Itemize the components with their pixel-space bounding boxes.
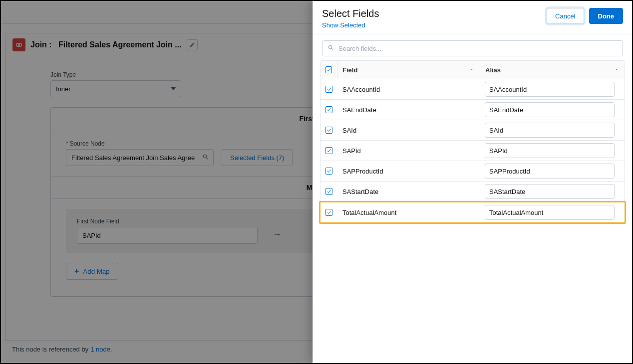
- row-checkbox[interactable]: [325, 86, 332, 93]
- chevron-down-icon: [614, 66, 620, 74]
- field-name: SAPId: [337, 147, 480, 155]
- field-name: SAEndDate: [337, 106, 480, 114]
- table-row: SAEndDate: [320, 100, 625, 120]
- table-row: SAPProductId: [320, 161, 625, 182]
- row-checkbox[interactable]: [325, 106, 332, 113]
- alias-input[interactable]: [485, 184, 615, 199]
- alias-input[interactable]: [485, 123, 615, 138]
- field-name: SAId: [337, 127, 480, 134]
- table-row: SAPId: [320, 141, 625, 161]
- source-node-lookup[interactable]: Filtered Sales Agreement Join Sales Agre…: [66, 149, 214, 166]
- join-type-value: Inner: [56, 85, 71, 93]
- chevron-down-icon: [171, 87, 176, 90]
- row-checkbox[interactable]: [325, 147, 332, 154]
- table-row: SAStartDate: [320, 182, 625, 202]
- add-map-button[interactable]: + Add Map: [66, 263, 118, 280]
- chevron-down-icon: [469, 66, 475, 74]
- first-node-field-label: First Node Field: [77, 218, 258, 225]
- join-type-select[interactable]: Inner: [50, 80, 181, 97]
- table-header: Field Alias: [320, 60, 625, 79]
- field-name: SAPProductId: [337, 168, 480, 175]
- search-icon: [202, 154, 209, 162]
- join-title-prefix: Join :: [30, 40, 52, 49]
- arrow-right-icon: →: [273, 229, 282, 244]
- edit-title-button[interactable]: [187, 39, 198, 50]
- cancel-button[interactable]: Cancel: [547, 8, 584, 24]
- first-node-field-select[interactable]: SAPId: [77, 227, 258, 244]
- search-wrap: [313, 34, 632, 60]
- field-name: SAStartDate: [337, 188, 480, 195]
- col-alias[interactable]: Alias: [480, 61, 625, 79]
- footer-text: This node is referenced by: [12, 346, 88, 353]
- row-checkbox[interactable]: [325, 127, 332, 134]
- alias-input[interactable]: [485, 102, 615, 117]
- join-title-value: Filtered Sales Agreement Join ...: [58, 40, 182, 49]
- row-checkbox[interactable]: [325, 168, 332, 175]
- plus-icon: +: [74, 267, 79, 276]
- selected-fields-button[interactable]: Selected Fields (7): [222, 149, 293, 166]
- done-button[interactable]: Done: [589, 8, 624, 24]
- select-fields-panel: Select Fields Show Selected Cancel Done …: [313, 1, 632, 363]
- panel-header: Select Fields Show Selected Cancel Done: [313, 1, 632, 34]
- field-name: TotalActualAmount: [337, 209, 480, 216]
- table-row: SAId: [320, 120, 625, 141]
- fields-table: Field Alias SAAccountId: [313, 60, 632, 231]
- row-checkbox[interactable]: [325, 209, 332, 216]
- field-name: SAAccountId: [337, 86, 480, 93]
- panel-title: Select Fields: [322, 8, 379, 19]
- search-icon: [327, 44, 334, 53]
- join-icon: [12, 38, 25, 51]
- footer-link[interactable]: 1 node.: [90, 346, 112, 353]
- rows-container: SAAccountId SAEndDate SAId SAPId: [320, 79, 625, 224]
- first-node-field-group: First Node Field SAPId: [77, 218, 258, 244]
- row-checkbox[interactable]: [325, 188, 332, 195]
- first-node-field-value: SAPId: [82, 232, 101, 239]
- join-title: Join : Filtered Sales Agreement Join ...: [30, 40, 182, 49]
- select-all-checkbox[interactable]: [325, 66, 332, 73]
- show-selected-link[interactable]: Show Selected: [322, 21, 365, 29]
- alias-input[interactable]: [485, 164, 615, 179]
- source-node-value: Filtered Sales Agreement Join Sales Agre…: [71, 154, 195, 162]
- search-input-wrap[interactable]: [322, 40, 623, 56]
- alias-input[interactable]: [485, 82, 615, 97]
- table-row: SAAccountId: [320, 79, 625, 100]
- alias-input[interactable]: [485, 205, 615, 220]
- alias-input[interactable]: [485, 143, 615, 158]
- table-row: TotalActualAmount: [319, 201, 626, 224]
- search-input[interactable]: [338, 45, 618, 52]
- add-map-label: Add Map: [83, 268, 109, 275]
- col-field[interactable]: Field: [337, 61, 480, 79]
